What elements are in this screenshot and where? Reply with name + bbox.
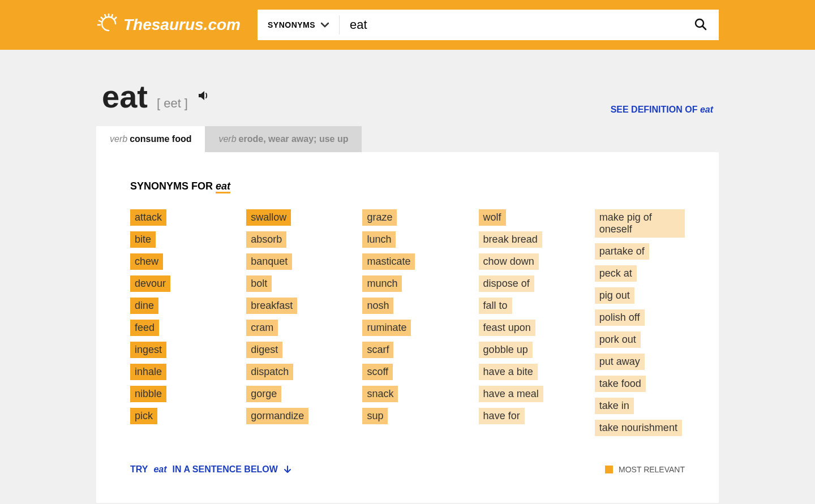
synonym-item[interactable]: dispose of	[479, 275, 534, 292]
sense-tab[interactable]: verberode, wear away; use up	[205, 126, 362, 152]
synonym-item[interactable]: bolt	[246, 275, 272, 292]
header-inner: Thesaurus.com SYNONYMS	[96, 10, 719, 40]
synonyms-grid: attackbitechewdevourdinefeedingestinhale…	[130, 209, 685, 436]
svg-line-1	[101, 17, 104, 20]
synonym-column: make pig of oneselfpartake ofpeck atpig …	[595, 209, 685, 436]
synonym-item[interactable]: digest	[246, 342, 282, 358]
synonym-item[interactable]: masticate	[362, 253, 415, 270]
search-type-dropdown[interactable]: SYNONYMS	[258, 15, 340, 35]
synonym-item[interactable]: munch	[362, 275, 402, 292]
search-type-label: SYNONYMS	[268, 20, 315, 29]
svg-line-2	[114, 17, 117, 20]
sense-tab[interactable]: verbconsume food	[96, 126, 205, 152]
synonym-item[interactable]: partake of	[595, 243, 649, 260]
synonym-item[interactable]: fall to	[479, 298, 512, 314]
sense-tabs: verbconsume foodverberode, wear away; us…	[96, 126, 719, 152]
try-prefix: TRY	[130, 464, 148, 475]
synonym-item[interactable]: devour	[130, 275, 170, 292]
relevance-legend: MOST RELEVANT	[605, 465, 685, 474]
synonym-item[interactable]: gobble up	[479, 342, 533, 358]
def-link-word: eat	[700, 105, 713, 114]
syn-heading-prefix: SYNONYMS FOR	[130, 180, 216, 192]
tab-def: consume food	[130, 134, 191, 144]
see-definition-link[interactable]: SEE DEFINITION OF eat	[611, 105, 713, 115]
word-header: eat [ eet ] SEE DEFINITION OF eat	[96, 78, 719, 126]
synonym-item[interactable]: feast upon	[479, 320, 535, 336]
synonym-item[interactable]: break bread	[479, 231, 542, 248]
synonym-item[interactable]: cram	[246, 320, 278, 336]
legend-label: MOST RELEVANT	[619, 465, 685, 474]
tab-pos: verb	[218, 134, 236, 144]
arrow-down-icon	[284, 466, 291, 473]
synonym-item[interactable]: chow down	[479, 253, 539, 270]
header: Thesaurus.com SYNONYMS	[0, 0, 815, 50]
synonym-item[interactable]: take nourishment	[595, 420, 682, 436]
speaker-icon	[197, 89, 211, 102]
synonym-item[interactable]: make pig of oneself	[595, 209, 685, 238]
synonym-column: wolfbreak breadchow downdispose offall t…	[479, 209, 569, 436]
synonym-item[interactable]: dine	[130, 298, 158, 314]
synonym-item[interactable]: pork out	[595, 331, 641, 348]
synonym-item[interactable]: have for	[479, 408, 525, 424]
tab-def: erode, wear away; use up	[239, 134, 349, 144]
synonym-item[interactable]: pig out	[595, 287, 634, 304]
synonym-item[interactable]: graze	[362, 209, 397, 226]
chevron-down-icon	[321, 22, 329, 28]
synonym-item[interactable]: peck at	[595, 265, 637, 282]
synonym-item[interactable]: gorge	[246, 386, 281, 402]
synonym-item[interactable]: banquet	[246, 253, 292, 270]
pronunciation: [ eet ]	[157, 96, 188, 111]
synonym-item[interactable]: pick	[130, 408, 157, 424]
legend-color-box	[605, 466, 613, 473]
synonym-item[interactable]: polish off	[595, 309, 645, 326]
synonym-item[interactable]: ruminate	[362, 320, 411, 336]
synonym-item[interactable]: chew	[130, 253, 163, 270]
search-icon	[694, 18, 707, 31]
svg-line-5	[111, 14, 113, 18]
synonym-item[interactable]: scoff	[362, 364, 393, 380]
synonym-item[interactable]: put away	[595, 354, 645, 370]
synonym-column: attackbitechewdevourdinefeedingestinhale…	[130, 209, 220, 436]
synonym-item[interactable]: bite	[130, 231, 156, 248]
svg-line-4	[105, 14, 106, 18]
synonyms-heading: SYNONYMS FOR eat	[130, 180, 685, 192]
synonym-item[interactable]: lunch	[362, 231, 396, 248]
synonym-item[interactable]: take in	[595, 398, 634, 414]
search-container: SYNONYMS	[258, 10, 719, 40]
synonym-item[interactable]: attack	[130, 209, 166, 226]
logo-sun-icon	[96, 12, 121, 37]
synonym-item[interactable]: swallow	[246, 209, 291, 226]
synonym-item[interactable]: gormandize	[246, 408, 308, 424]
synonym-item[interactable]: dispatch	[246, 364, 293, 380]
synonym-column: grazelunchmasticatemunchnoshruminatescar…	[362, 209, 452, 436]
main: eat [ eet ] SEE DEFINITION OF eat verbco…	[96, 50, 719, 503]
svg-line-8	[702, 26, 706, 29]
synonym-item[interactable]: scarf	[362, 342, 393, 358]
logo[interactable]: Thesaurus.com	[96, 12, 241, 37]
synonym-item[interactable]: breakfast	[246, 298, 297, 314]
synonym-item[interactable]: have a bite	[479, 364, 538, 380]
synonym-item[interactable]: nosh	[362, 298, 393, 314]
logo-text: Thesaurus.com	[123, 16, 241, 34]
synonym-item[interactable]: have a meal	[479, 386, 543, 402]
synonym-item[interactable]: take food	[595, 376, 646, 392]
synonym-item[interactable]: nibble	[130, 386, 166, 402]
synonym-item[interactable]: snack	[362, 386, 398, 402]
panel-footer: TRY eat IN A SENTENCE BELOW MOST RELEVAN…	[130, 464, 685, 475]
synonym-item[interactable]: feed	[130, 320, 159, 336]
svg-line-6	[98, 20, 102, 22]
synonyms-panel: SYNONYMS FOR eat attackbitechewdevourdin…	[96, 152, 719, 503]
synonym-item[interactable]: ingest	[130, 342, 166, 358]
synonym-item[interactable]: wolf	[479, 209, 506, 226]
try-word: eat	[153, 464, 166, 475]
pronounce-button[interactable]	[197, 89, 211, 105]
search-input[interactable]	[340, 10, 683, 40]
search-button[interactable]	[683, 10, 719, 40]
synonym-item[interactable]: absorb	[246, 231, 286, 248]
synonym-item[interactable]: sup	[362, 408, 388, 424]
try-sentence-link[interactable]: TRY eat IN A SENTENCE BELOW	[130, 464, 291, 475]
def-link-prefix: SEE DEFINITION OF	[611, 105, 700, 114]
word-title: eat [ eet ]	[102, 78, 211, 115]
headword: eat	[102, 78, 148, 115]
synonym-item[interactable]: inhale	[130, 364, 166, 380]
